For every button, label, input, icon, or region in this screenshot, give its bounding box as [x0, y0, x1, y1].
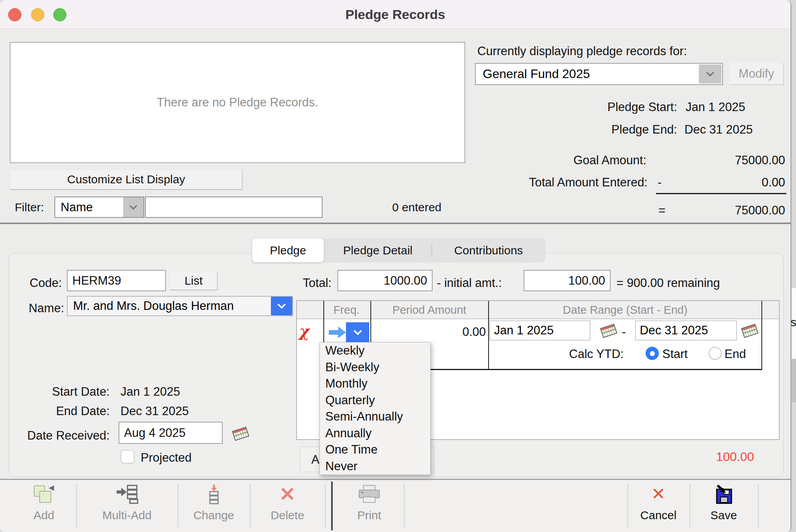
- goal-amount-value: 75000.00: [707, 153, 785, 167]
- end-date-label: End Date:: [31, 404, 110, 418]
- pledge-records-window: Pledge Records There are no Pledge Recor…: [0, 0, 791, 532]
- delete-button[interactable]: ✕ Delete: [250, 480, 325, 532]
- name-label: Name:: [16, 301, 64, 315]
- end-date-value: Dec 31 2025: [120, 404, 189, 418]
- toolbar-separator: [758, 484, 759, 527]
- menu-item-never[interactable]: Never: [320, 458, 430, 475]
- date-received-field[interactable]: Aug 4 2025: [119, 422, 223, 444]
- menu-item-quarterly[interactable]: Quarterly: [320, 392, 430, 409]
- menu-item-semi-annually[interactable]: Semi-Annually: [320, 409, 430, 425]
- net-value: 75000.00: [719, 203, 785, 217]
- grid-line: [761, 301, 762, 370]
- toolbar-separator-dark: [331, 482, 333, 530]
- name-dropdown-button[interactable]: [271, 297, 292, 315]
- initial-amt-label: - initial amt.:: [437, 276, 502, 290]
- equals-sign: =: [658, 203, 665, 217]
- calc-ytd-start-label: Start: [662, 347, 688, 361]
- calendar-icon[interactable]: [740, 323, 759, 339]
- save-button[interactable]: Save: [690, 480, 758, 532]
- total-entered-value: 0.00: [719, 175, 785, 190]
- start-date-label: Start Date:: [31, 384, 110, 399]
- total-entered-label: Total Amount Entered:: [498, 175, 648, 190]
- menu-item-monthly[interactable]: Monthly: [320, 376, 430, 392]
- toolbar-separator: [325, 484, 326, 527]
- clipped-text-fragment: s: [791, 315, 796, 329]
- calendar-icon[interactable]: [231, 426, 250, 442]
- date-received-label: Date Received:: [16, 428, 110, 443]
- calc-ytd-label: Calc YTD:: [569, 347, 624, 361]
- window-title: Pledge Records: [346, 7, 445, 22]
- zoom-window-button[interactable]: [53, 8, 66, 21]
- period-amount-value[interactable]: 0.00: [414, 325, 486, 339]
- frequency-popup-menu: Weekly Bi-Weekly Monthly Quarterly Semi-…: [319, 342, 431, 475]
- pledge-start-label: Pledge Start:: [529, 100, 677, 114]
- filter-input[interactable]: [145, 196, 323, 218]
- printer-icon: [357, 485, 382, 509]
- minus-sign: -: [658, 175, 662, 190]
- code-field[interactable]: HERM39: [67, 270, 166, 291]
- code-label: Code:: [16, 276, 62, 290]
- projected-checkbox[interactable]: [120, 450, 134, 464]
- minimize-window-button[interactable]: [31, 8, 44, 21]
- fund-dropdown[interactable]: General Fund 2025: [475, 63, 723, 85]
- filter-label: Filter:: [15, 200, 44, 214]
- multi-add-button[interactable]: Multi-Add: [76, 480, 178, 532]
- print-button[interactable]: Print: [334, 480, 404, 532]
- background-gray-patch: [792, 359, 796, 402]
- initial-amt-field[interactable]: 100.00: [524, 270, 611, 291]
- fund-value: General Fund 2025: [476, 64, 698, 84]
- date-start-field[interactable]: Jan 1 2025: [489, 320, 590, 341]
- grid-line: [323, 301, 324, 342]
- calc-ytd-end-label: End: [724, 347, 746, 361]
- pane-divider: [0, 223, 791, 224]
- menu-item-weekly[interactable]: Weekly: [320, 342, 430, 359]
- entered-count: 0 entered: [392, 200, 442, 214]
- change-button[interactable]: Change: [178, 480, 250, 532]
- tab-pledge[interactable]: Pledge: [252, 238, 324, 263]
- remaining-text: = 900.00 remaining: [616, 276, 720, 290]
- add-button[interactable]: Add: [12, 480, 76, 532]
- projected-label: Projected: [141, 450, 192, 465]
- date-end-field[interactable]: Dec 31 2025: [635, 320, 737, 341]
- sum-rule: [656, 193, 786, 194]
- modify-button[interactable]: Modify: [730, 63, 784, 85]
- add-icon: [33, 485, 55, 509]
- multi-add-icon: [116, 485, 138, 509]
- freq-dropdown-button[interactable]: [346, 322, 369, 342]
- chevron-down-icon: [278, 300, 286, 308]
- tab-bar: Pledge Pledge Detail Contributions: [252, 238, 545, 263]
- tab-contributions[interactable]: Contributions: [432, 238, 545, 263]
- background-strip: [791, 0, 796, 532]
- calendar-icon[interactable]: [599, 323, 618, 339]
- close-window-button[interactable]: [8, 8, 21, 21]
- empty-list-message: There are no Pledge Records.: [157, 96, 318, 110]
- name-dropdown[interactable]: Mr. and Mrs. Douglas Herman: [67, 296, 293, 316]
- customize-list-display-button[interactable]: Customize List Display: [10, 169, 243, 190]
- initial-amount-display: 100.00: [676, 450, 754, 464]
- date-separator: -: [622, 325, 626, 339]
- column-header-period-amount: Period Amount: [370, 304, 488, 316]
- fund-dropdown-button[interactable]: [699, 64, 721, 83]
- chevron-down-icon: [129, 202, 137, 210]
- cancel-button[interactable]: ✕ Cancel: [627, 480, 690, 532]
- filter-type-dropdown-button[interactable]: [123, 197, 143, 217]
- freq-arrow-icon: [338, 327, 346, 338]
- delete-row-icon[interactable]: χ: [298, 322, 309, 340]
- calc-ytd-end-radio[interactable]: [709, 347, 722, 360]
- filter-type-dropdown[interactable]: Name: [54, 196, 144, 218]
- total-field[interactable]: 1000.00: [337, 270, 433, 291]
- goal-amount-label: Goal Amount:: [505, 153, 646, 167]
- menu-item-bi-weekly[interactable]: Bi-Weekly: [320, 359, 430, 376]
- displaying-label: Currently displaying pledge records for:: [477, 44, 687, 58]
- pledge-start-value: Jan 1 2025: [686, 100, 745, 114]
- name-value: Mr. and Mrs. Douglas Herman: [68, 297, 271, 315]
- column-header-date-range: Date Range (Start - End): [489, 304, 761, 316]
- delete-x-icon: ✕: [279, 485, 296, 509]
- menu-item-one-time[interactable]: One Time: [320, 442, 430, 458]
- menu-item-annually[interactable]: Annually: [320, 425, 430, 442]
- tab-pledge-detail[interactable]: Pledge Detail: [324, 238, 431, 263]
- pledge-record-list[interactable]: There are no Pledge Records.: [10, 42, 465, 163]
- list-button[interactable]: List: [170, 271, 218, 290]
- calc-ytd-start-radio[interactable]: [646, 347, 659, 360]
- pledge-end-label: Pledge End:: [529, 122, 677, 137]
